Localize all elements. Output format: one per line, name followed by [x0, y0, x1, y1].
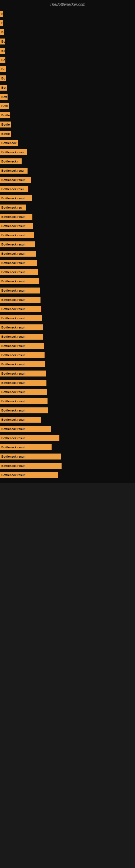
bar-label: Bottleneck result — [0, 407, 48, 413]
bar-row: Bottle — [0, 112, 135, 119]
bar-label: Bottleneck result — [0, 223, 33, 229]
bar-label: Bottleneck result — [0, 380, 46, 386]
bar-row: Bottleneck result — [0, 462, 135, 469]
bar-row: Bottleneck result — [0, 389, 135, 396]
bar-row: Bottleneck — [0, 140, 135, 147]
bar-label: Bottleneck result — [0, 324, 43, 330]
bar-row: Bottleneck result — [0, 453, 135, 460]
bar-label: Bottleneck — [0, 140, 18, 146]
bar-label: Bottleneck result — [0, 251, 36, 257]
bar-row: Bottle — [0, 130, 135, 137]
bar-label: Bottleneck result — [0, 416, 41, 423]
bar-row: Bottleneck result — [0, 287, 135, 294]
bar-label: Bottleneck result — [0, 398, 48, 404]
bar-label: Bottleneck result — [0, 426, 51, 432]
bar-label: Bottle — [0, 131, 11, 137]
bar-row: Bo — [0, 38, 135, 45]
bar-label: Bottle — [0, 122, 11, 127]
bars-container: BBBBoBoBoBoBoBotBottBottlBottleBottleBot… — [0, 8, 135, 484]
bar-row: Bottleneck result — [0, 342, 135, 349]
bar-row: Bottleneck result — [0, 407, 135, 414]
bar-label: Bottleneck result — [0, 269, 38, 275]
bar-row: Bottleneck result — [0, 361, 135, 368]
bar-label: Bott — [0, 94, 8, 100]
bar-label: Bottleneck result — [0, 343, 44, 349]
bar-label: B — [0, 29, 4, 35]
bar-row: Bottleneck result — [0, 222, 135, 229]
bar-row: Bottleneck result — [0, 305, 135, 312]
bar-row: Bottleneck result — [0, 425, 135, 432]
bar-label: Bo — [0, 57, 5, 63]
bar-row: Bottleneck result — [0, 379, 135, 386]
bar-row: Bottleneck result — [0, 213, 135, 220]
bar-row: Bottleneck result — [0, 278, 135, 285]
bar-row: Bottleneck result — [0, 269, 135, 276]
bar-label: Bottleneck result — [0, 260, 37, 266]
page-container: TheBottlenecker.com BBBBoBoBoBoBoBotBott… — [0, 0, 135, 484]
bar-label: B — [0, 20, 3, 26]
bar-row: Bottleneck result — [0, 250, 135, 257]
bar-label: Bottleneck result — [0, 334, 43, 340]
bar-row: Bottleneck resu — [0, 167, 135, 174]
bar-label: Bo — [0, 75, 6, 82]
site-title: TheBottlenecker.com — [0, 0, 135, 8]
bar-label: Bottleneck result — [0, 389, 47, 395]
bar-row: Bo — [0, 56, 135, 63]
bar-label: Bottleneck resu — [0, 149, 27, 155]
bar-row: Bottleneck result — [0, 444, 135, 451]
bar-row: Bottleneck result — [0, 333, 135, 340]
bar-label: Bottleneck result — [0, 371, 46, 376]
bar-label: B — [0, 11, 3, 17]
bar-row: B — [0, 10, 135, 18]
bar-label: Bottleneck resu — [0, 167, 28, 174]
bar-label: Bottleneck result — [0, 195, 32, 201]
bar-row: Bottleneck result — [0, 259, 135, 267]
bar-label: Bottleneck result — [0, 472, 58, 478]
bar-row: Bottleneck result — [0, 296, 135, 303]
bar-label: Bottleneck result — [0, 232, 34, 238]
bar-label: Bo — [0, 48, 5, 54]
bar-label: Bottleneck result — [0, 278, 39, 284]
bar-label: Bottleneck result — [0, 361, 45, 367]
bar-row: Bottleneck resu — [0, 149, 135, 156]
bar-label: Bot — [0, 85, 7, 91]
bar-row: Bottleneck result — [0, 231, 135, 239]
bar-row: B — [0, 20, 135, 27]
bar-label: Bottleneck result — [0, 444, 52, 450]
bar-row: Bottleneck result — [0, 370, 135, 377]
bar-row: B — [0, 29, 135, 36]
bar-label: Bottleneck result — [0, 306, 41, 312]
bar-label: Bottleneck result — [0, 463, 61, 469]
bar-row: Bottleneck result — [0, 471, 135, 478]
bar-row: Bottleneck result — [0, 351, 135, 359]
bar-label: Bottleneck result — [0, 435, 59, 441]
bar-label: Bottleneck result — [0, 287, 40, 293]
bar-row: Bo — [0, 75, 135, 82]
bar-row: Bottleneck result — [0, 435, 135, 442]
bar-label: Bottleneck result — [0, 315, 42, 321]
bar-row: Bottle — [0, 121, 135, 128]
bar-label: Bottleneck result — [0, 297, 41, 303]
bar-row: Bottl — [0, 102, 135, 110]
bar-label: Bottleneck result — [0, 454, 61, 460]
bar-row: Bottleneck resu — [0, 186, 135, 193]
bar-row: Bottleneck r — [0, 158, 135, 165]
bar-row: Bottleneck result — [0, 398, 135, 405]
bar-row: Bottleneck result — [0, 324, 135, 331]
bar-row: Bot — [0, 84, 135, 91]
bar-row: Bottleneck result — [0, 416, 135, 423]
bar-label: Bo — [0, 66, 6, 72]
bar-label: Bottle — [0, 112, 10, 118]
bar-label: Bo — [0, 38, 5, 44]
bar-row: Bo — [0, 66, 135, 73]
bar-row: Bottleneck result — [0, 176, 135, 183]
bar-row: Bottleneck result — [0, 195, 135, 202]
bar-label: Bottleneck result — [0, 352, 45, 358]
bar-label: Bottleneck r — [0, 158, 21, 164]
bar-label: Bottleneck result — [0, 241, 35, 247]
bar-row: Bo — [0, 47, 135, 54]
bar-label: Bottleneck resu — [0, 186, 28, 192]
bar-row: Bottleneck res — [0, 204, 135, 211]
bar-label: Bottleneck res — [0, 205, 26, 211]
bar-row: Bottleneck result — [0, 241, 135, 248]
